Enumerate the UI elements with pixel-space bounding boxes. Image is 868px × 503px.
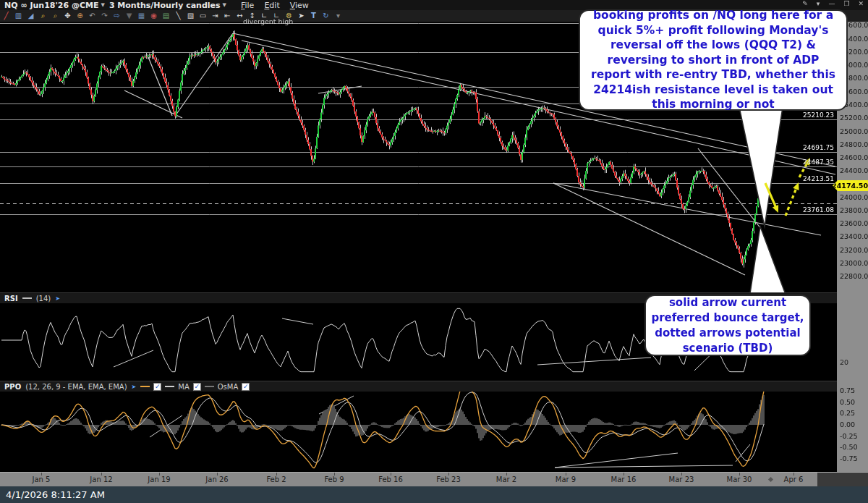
date-label-Feb-9: Feb 9	[324, 475, 344, 483]
zoom-out-icon[interactable]: ⌕	[49, 11, 61, 21]
ppo-legend-line-1	[165, 386, 174, 387]
annotation-edit-icon[interactable]: ✎	[802, 0, 808, 7]
ppo-panel-header: PPO (12, 26, 9 - EMA, EMA, EMA) ➤ ✓MA✓Os…	[0, 381, 837, 392]
maximize-button[interactable]: ❐	[843, 0, 849, 7]
ppo-legend-checkbox-0[interactable]: ✓	[153, 383, 161, 391]
price-tick-25000.00: 25000.00	[840, 127, 868, 135]
close-button[interactable]: ✕	[858, 0, 864, 7]
area-chart-icon[interactable]: ◢	[25, 11, 37, 21]
price-tick-24400.00: 24400.00	[840, 166, 868, 174]
annotation-bubble-top[interactable]: booking profits on /NQ long here for a q…	[579, 9, 848, 111]
price-tick-24600.00: 24600.00	[840, 153, 868, 161]
timeframe-selector[interactable]: 3 Months/Hourly candles	[109, 1, 221, 10]
price-tick-23600.00: 23600.00	[840, 219, 868, 227]
menu-file[interactable]: File	[241, 1, 254, 10]
date-label-Feb-23: Feb 23	[436, 475, 461, 483]
pie-icon[interactable]: ◉	[148, 11, 160, 21]
date-label-Jan-5: Jan 5	[33, 475, 51, 483]
level-label-24213.51: 24213.51	[796, 175, 834, 182]
ppo-tick--0.50: -0.50	[840, 443, 858, 451]
level-label-24691.75: 24691.75	[796, 144, 834, 151]
symbol-title[interactable]: NQ ∞ Jun18'26 @CME	[4, 1, 98, 10]
level-label-23761.08: 23761.08	[796, 206, 834, 214]
crosshair-icon[interactable]: ⊕	[74, 11, 86, 21]
ppo-legend-line-0	[140, 386, 150, 387]
trendline-draw-icon[interactable]: ╲	[172, 11, 184, 21]
date-axis-end	[817, 473, 868, 487]
ppo-legend-checkbox-1[interactable]: ✓	[193, 383, 201, 391]
status-bar: 4/1/2026 8:11:27 AM	[0, 486, 868, 503]
date-axis[interactable]: Jan 5Jan 12Jan 19Jan 26Feb 2Feb 9Feb 16F…	[0, 472, 868, 487]
current-date-marker	[768, 477, 773, 482]
price-tick-23000.00: 23000.00	[840, 259, 868, 267]
ppo-tick-0.00: 0.00	[840, 420, 855, 428]
rsi-pointer-icon[interactable]: ➤	[55, 295, 60, 302]
redo-icon[interactable]: ↷	[98, 11, 111, 21]
annotation-bubble-bottom[interactable]: solid arrow current preferred bounce tar…	[644, 295, 811, 356]
ppo-label: PPO	[4, 383, 21, 391]
current-price-tag: 24174.50	[833, 180, 868, 191]
price-tick-25200.00: 25200.00	[840, 114, 868, 122]
cursor-icon[interactable]: ➤	[295, 11, 307, 21]
date-label-Apr-6: Apr 6	[784, 475, 804, 483]
extend-right-icon[interactable]: ⇥	[209, 11, 221, 21]
ppo-tick-0.25: 0.25	[840, 409, 855, 417]
date-label-Jan-26: Jan 26	[205, 475, 228, 483]
status-datetime: 4/1/2026 8:11:27 AM	[6, 489, 105, 500]
menu-edit[interactable]: Edit	[264, 1, 279, 10]
price-tick-23200.00: 23200.00	[840, 246, 868, 254]
ppo-tick--0.25: -0.25	[840, 432, 858, 440]
zoom-in-icon[interactable]: ⌕	[37, 11, 49, 21]
refresh-icon[interactable]: ↻	[320, 11, 332, 21]
level-label-24487.35: 24487.35	[796, 158, 834, 166]
pointer-arrow-icon[interactable]: ⇨	[111, 11, 123, 21]
rsi-label: RSI	[4, 295, 18, 303]
rsi-tick-20: 20	[840, 358, 848, 366]
price-tick-23400.00: 23400.00	[840, 232, 868, 240]
ppo-tick-0.75: 0.75	[840, 386, 855, 394]
symbol-caret-icon[interactable]: ▼	[101, 2, 104, 8]
menu-items: FileEditView	[241, 1, 309, 10]
date-label-Feb-16: Feb 16	[378, 475, 403, 483]
ppo-legend-line-2	[205, 386, 214, 387]
date-label-Mar-23: Mar 23	[669, 475, 694, 483]
menu-view[interactable]: View	[290, 1, 309, 10]
undo-icon[interactable]: ↶	[86, 11, 98, 21]
extend-left-icon[interactable]: ⇤	[221, 11, 234, 21]
date-label-Jan-19: Jan 19	[148, 475, 170, 483]
minimize-button[interactable]: —	[828, 0, 835, 7]
ppo-pointer-icon[interactable]: ➤	[132, 384, 137, 390]
level-label-25210.23: 25210.23	[796, 111, 834, 119]
window-controls: ✎ ▾ — ❐ ✕	[802, 0, 864, 7]
edit-caret-icon[interactable]: ▾	[817, 0, 820, 7]
grid-icon[interactable]: ▦	[135, 11, 148, 21]
ppo-tick-0.50: 0.50	[840, 398, 855, 406]
date-label-Mar-9: Mar 9	[556, 475, 576, 483]
ppo-legend-checkbox-2[interactable]: ✓	[242, 383, 250, 391]
dropdown-icon[interactable]: ▼	[123, 11, 135, 21]
ppo-legend-label-2: OsMA	[218, 383, 239, 391]
parallel-lines-icon[interactable]: ▨	[184, 11, 197, 21]
rsi-params: (14)	[36, 295, 51, 303]
date-label-Jan-12: Jan 12	[90, 475, 112, 483]
red-trendline-tool-icon[interactable]: ╱	[0, 11, 12, 21]
ppo-legend-label-1: MA	[178, 383, 189, 391]
timeframe-caret-icon[interactable]: ▼	[223, 2, 226, 8]
bar-chart-icon[interactable]: ▥	[12, 11, 25, 21]
chart-type-icon[interactable]: ▤	[160, 11, 172, 21]
rsi-line-sample-icon	[22, 297, 32, 299]
ppo-params: (12, 26, 9 - EMA, EMA, EMA)	[25, 383, 127, 391]
ppo-legend: ✓MA✓OsMA✓	[140, 383, 250, 391]
text-tool-icon[interactable]: T	[307, 11, 320, 21]
price-tick-24000.00: 24000.00	[840, 193, 868, 201]
date-label-Mar-30: Mar 30	[727, 475, 752, 483]
ppo-tick--0.75: -0.75	[840, 455, 858, 462]
divergent-high-label: divergent high	[243, 17, 293, 25]
price-tick-24800.00: 24800.00	[840, 140, 868, 148]
date-label-Mar-16: Mar 16	[611, 475, 637, 483]
toolbar-caret-icon[interactable]: ▾	[332, 11, 344, 21]
rectangle-tool-icon[interactable]: ▭	[197, 11, 209, 21]
date-label-Mar-2: Mar 2	[496, 475, 516, 483]
date-label-Feb-2: Feb 2	[266, 475, 286, 483]
pan-hand-icon[interactable]: ✥	[61, 11, 74, 21]
